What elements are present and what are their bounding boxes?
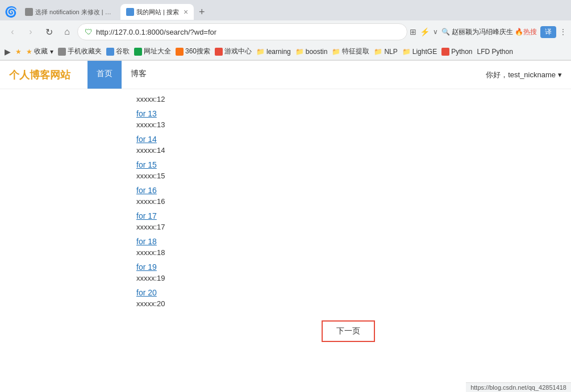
favorites-icon: ★ [26,48,32,56]
tab-icon-2 [126,8,134,16]
result-title[interactable]: for 16 [136,184,560,196]
nav-bar: ‹ › ↻ ⌂ 🛡 http://127.0.0.1:8000/search/?… [0,20,571,43]
mobile-icon [58,48,66,56]
tab-close-button[interactable]: × [184,7,188,16]
bookmark-python-red[interactable]: Python [441,48,472,56]
flame-icon: 🔥热搜 [515,27,537,37]
bookmark-label: NLP [384,48,397,56]
bookmark-label: Python [451,48,472,56]
tab-label-1: 选择 notification 来修改 | Djan [35,8,115,16]
result-title[interactable]: for 19 [136,260,560,273]
bookmark-boosting[interactable]: 📁 boostin [295,48,328,56]
result-desc: xxxxx:15 [136,170,560,184]
bookmark-label: LightGE [412,48,437,56]
search-results-list: for 13xxxxx:13for 14xxxxx:14for 15xxxxx:… [136,107,560,311]
bookmark-lightgb[interactable]: 📁 LightGE [402,48,437,56]
main-content: xxxxx:12 for 13xxxxx:13for 14xxxxx:14for… [0,89,571,353]
folder-icon: 📁 [256,48,265,56]
nav-item-home[interactable]: 首页 [87,61,122,89]
search-icon: 🔍 [441,28,450,36]
bookmarks-bar: ▶ ★ ★ 收藏 ▾ 手机收藏夹 谷歌 网址大全 360搜索 游戏中心 📁 [0,43,571,60]
folder-icon: 📁 [295,48,304,56]
result-title[interactable]: for 15 [136,158,560,170]
pagination: 下一页 [136,320,560,342]
result-desc: xxxxx:18 [136,247,560,260]
360-icon [176,48,184,56]
new-tab-button[interactable]: + [194,4,210,20]
bookmarks-bar-toggle-icon[interactable]: ▶ [5,47,11,56]
bookmark-label: learning [266,48,291,56]
bookmark-label: 特征提取 [342,47,369,56]
bookmark-mobile[interactable]: 手机收藏夹 [58,47,102,56]
tab-inactive[interactable]: 选择 notification 来修改 | Djan [19,4,120,20]
folder-icon: 📁 [374,48,382,56]
translate-button[interactable]: 译 [540,26,556,38]
site-nav: 首页 博客 [87,61,156,89]
star-icon: ★ [15,48,22,56]
result-desc-top: xxxxx:12 [136,94,560,107]
lightning-icon[interactable]: ⚡ [420,27,430,36]
security-shield-icon: 🛡 [85,27,93,36]
bookmark-label: 360搜索 [185,47,210,56]
folder-icon: 📁 [332,48,340,56]
result-title[interactable]: for 20 [136,286,560,298]
grid-view-icon[interactable]: ⊞ [410,27,416,36]
browser-chrome: 🌀 选择 notification 来修改 | Djan 我的网站 | 搜索 ×… [0,0,571,61]
hot-search-text: 赵丽颖为冯绍峰庆生 [452,27,513,37]
tab-active[interactable]: 我的网站 | 搜索 × [120,4,194,20]
result-desc: xxxxx:20 [136,298,560,311]
refresh-button[interactable]: ↻ [41,24,57,40]
back-button[interactable]: ‹ [5,24,20,40]
tab-label-2: 我的网站 | 搜索 [136,8,179,16]
hot-search-area[interactable]: 🔍 赵丽颖为冯绍峰庆生 🔥热搜 [441,27,537,37]
bookmark-label: boostin [306,48,328,56]
next-page-button[interactable]: 下一页 [322,320,375,342]
result-title[interactable]: for 13 [136,107,560,119]
bookmark-nlp[interactable]: 📁 NLP [374,48,397,56]
forward-button[interactable]: › [23,24,39,40]
extension-icon[interactable]: ⋮ [560,28,566,36]
site-logo: 个人博客网站 [9,68,70,82]
python-red-icon [441,48,449,56]
bookmark-label: 网址大全 [144,47,171,56]
dropdown-arrow-icon: ▾ [50,48,53,56]
bookmark-google[interactable]: 谷歌 [106,47,130,56]
user-dropdown-arrow-icon: ▾ [558,70,562,79]
result-title[interactable]: for 18 [136,235,560,247]
tab-bar: 🌀 选择 notification 来修改 | Djan 我的网站 | 搜索 ×… [0,0,571,20]
bookmark-learning[interactable]: 📁 learning [256,48,291,56]
result-desc: xxxxx:13 [136,119,560,132]
result-desc: xxxxx:16 [136,196,560,209]
bookmark-features[interactable]: 📁 特征提取 [332,47,369,56]
result-desc: xxxxx:17 [136,222,560,235]
google-icon [106,48,114,56]
bookmark-label: 游戏中心 [224,47,252,56]
folder-icon: 📁 [402,48,411,56]
url-text: http://127.0.0.1:8000/search/?wd=for [96,28,400,36]
result-title[interactable]: for 14 [136,132,560,145]
browser-logo-icon: 🌀 [5,6,17,18]
home-button[interactable]: ⌂ [59,24,75,40]
result-desc: xxxxx:19 [136,273,560,286]
chevron-down-icon[interactable]: ∨ [433,28,438,36]
bookmark-360[interactable]: 360搜索 [176,47,210,56]
games-icon [215,48,223,56]
bookmark-label: 收藏 [34,47,48,56]
user-greeting[interactable]: 你好，test_nickname ▾ [486,70,562,80]
tab-icon-1 [25,8,33,16]
bookmark-lfd-python[interactable]: LFD Python [477,48,513,56]
bookmark-label: 手机收藏夹 [68,47,102,56]
bookmark-games[interactable]: 游戏中心 [215,47,252,56]
address-bar[interactable]: 🛡 http://127.0.0.1:8000/search/?wd=for [77,23,407,40]
result-title[interactable]: for 17 [136,209,560,222]
site-header: 个人博客网站 首页 博客 你好，test_nickname ▾ [0,61,571,89]
user-greeting-text: 你好，test_nickname [486,70,556,80]
result-desc: xxxxx:14 [136,145,560,158]
bookmark-web[interactable]: 网址大全 [134,47,171,56]
bookmark-label: 谷歌 [116,47,130,56]
nav-right-controls: ⊞ ⚡ ∨ 🔍 赵丽颖为冯绍峰庆生 🔥热搜 译 ⋮ [410,26,566,38]
bookmark-favorites[interactable]: ★ 收藏 ▾ [26,47,53,56]
bookmark-label: LFD Python [477,48,513,56]
web-icon [134,48,142,56]
nav-item-blog[interactable]: 博客 [122,61,156,89]
